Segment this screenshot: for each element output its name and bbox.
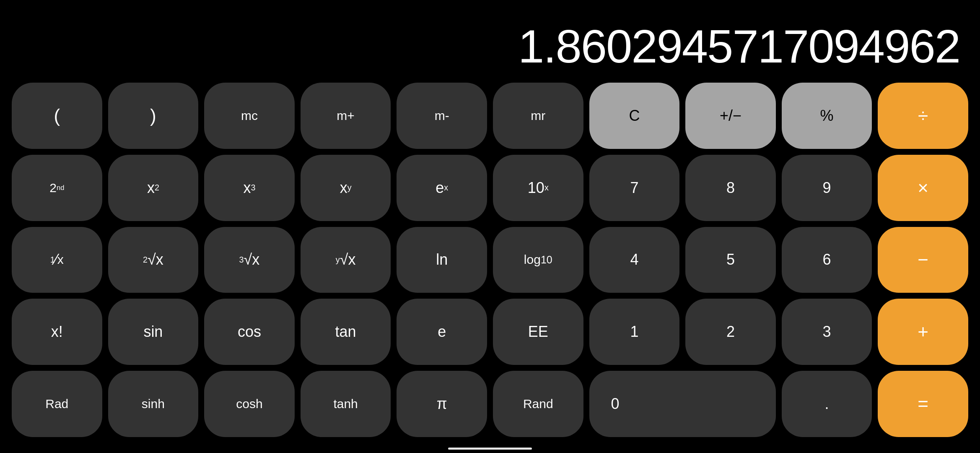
mr-button[interactable]: mr [493, 83, 583, 149]
factorial-button[interactable]: x! [12, 299, 102, 365]
tan-button[interactable]: tan [301, 299, 391, 365]
rand-button[interactable]: Rand [493, 371, 583, 437]
4-button[interactable]: 4 [589, 227, 680, 293]
open-paren-button[interactable]: ( [12, 83, 102, 149]
9-button[interactable]: 9 [782, 155, 872, 221]
6-button[interactable]: 6 [782, 227, 872, 293]
add-button[interactable]: + [878, 299, 968, 365]
2-button[interactable]: 2 [685, 299, 776, 365]
m-plus-button[interactable]: m+ [301, 83, 391, 149]
mc-button[interactable]: mc [204, 83, 295, 149]
divide-button[interactable]: ÷ [878, 83, 968, 149]
3-button[interactable]: 3 [782, 299, 872, 365]
display-value: 1.8602945717094962 [518, 23, 960, 70]
plusminus-button[interactable]: +/− [685, 83, 776, 149]
e-button[interactable]: e [397, 299, 487, 365]
pi-button[interactable]: π [397, 371, 487, 437]
tanh-button[interactable]: tanh [301, 371, 391, 437]
display-area: 1.8602945717094962 [0, 0, 980, 78]
button-grid: ()mcm+m-mrC+/−%÷2ndx2x3xyex10x789×1⁄x2√x… [0, 78, 980, 453]
5-button[interactable]: 5 [685, 227, 776, 293]
7-button[interactable]: 7 [589, 155, 680, 221]
home-indicator [448, 448, 532, 450]
8-button[interactable]: 8 [685, 155, 776, 221]
rad-button[interactable]: Rad [12, 371, 102, 437]
3sqrtx-button[interactable]: 3√x [204, 227, 295, 293]
close-paren-button[interactable]: ) [108, 83, 199, 149]
1-button[interactable]: 1 [589, 299, 680, 365]
2nd-button[interactable]: 2nd [12, 155, 102, 221]
x3-button[interactable]: x3 [204, 155, 295, 221]
cos-button[interactable]: cos [204, 299, 295, 365]
ex-button[interactable]: ex [397, 155, 487, 221]
0-button[interactable]: 0 [589, 371, 776, 437]
percent-button[interactable]: % [782, 83, 872, 149]
equals-button[interactable]: = [878, 371, 968, 437]
sinh-button[interactable]: sinh [108, 371, 199, 437]
x2-button[interactable]: x2 [108, 155, 199, 221]
multiply-button[interactable]: × [878, 155, 968, 221]
ee-button[interactable]: EE [493, 299, 583, 365]
2sqrtx-button[interactable]: 2√x [108, 227, 199, 293]
ysqrtx-button[interactable]: y√x [301, 227, 391, 293]
log10-button[interactable]: log10 [493, 227, 583, 293]
dot-button[interactable]: . [782, 371, 872, 437]
clear-button[interactable]: C [589, 83, 680, 149]
m-minus-button[interactable]: m- [397, 83, 487, 149]
1x-button[interactable]: 1⁄x [12, 227, 102, 293]
10x-button[interactable]: 10x [493, 155, 583, 221]
ln-button[interactable]: ln [397, 227, 487, 293]
cosh-button[interactable]: cosh [204, 371, 295, 437]
sin-button[interactable]: sin [108, 299, 199, 365]
xy-button[interactable]: xy [301, 155, 391, 221]
subtract-button[interactable]: − [878, 227, 968, 293]
